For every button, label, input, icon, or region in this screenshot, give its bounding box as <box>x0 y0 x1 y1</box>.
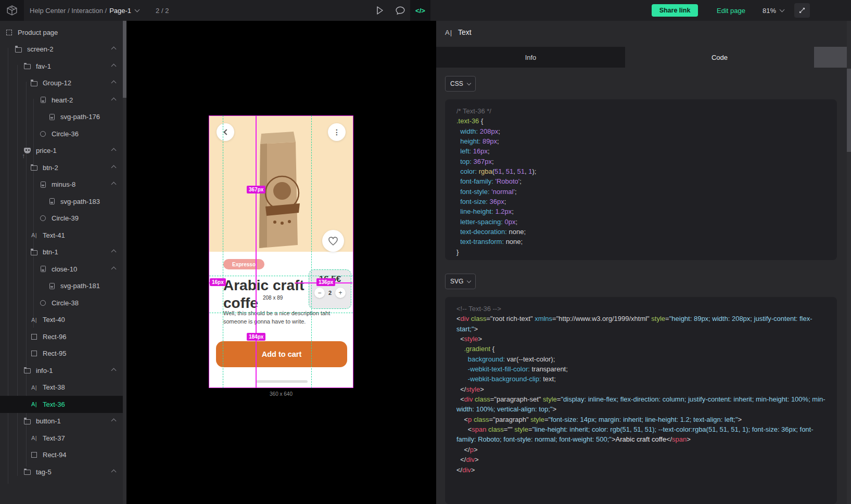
minus-button[interactable]: − <box>314 288 325 298</box>
collapse-chevron-icon[interactable] <box>111 97 117 102</box>
layer-row-tag-5[interactable]: tag-5 <box>0 463 123 481</box>
layer-row-Circle-38[interactable]: Circle-38 <box>0 294 123 312</box>
layer-row-svg-path-183[interactable]: svg-path-183 <box>0 193 123 210</box>
collapse-chevron-icon[interactable] <box>111 165 117 170</box>
code-line: <div class="paragraph-set" style="displa… <box>456 394 825 415</box>
tab-code[interactable]: Code <box>625 47 814 68</box>
collapse-chevron-icon[interactable] <box>111 419 117 424</box>
css-code-block[interactable]: /* Text-36 */.text-36 { width: 208px; he… <box>445 99 837 260</box>
layer-row-minus-8[interactable]: minus-8 <box>0 176 123 193</box>
layer-label: minus-8 <box>52 180 75 188</box>
layer-label: info-1 <box>36 367 53 374</box>
play-button[interactable] <box>374 0 386 21</box>
favorite-button[interactable] <box>322 230 344 252</box>
layer-row-Text-38[interactable]: A|Text-38 <box>0 379 123 396</box>
measurement-left: 16px <box>210 278 226 286</box>
layer-row-svg-path-176[interactable]: svg-path-176 <box>0 109 123 126</box>
collapse-chevron-icon[interactable] <box>111 368 117 373</box>
code-icon: </> <box>415 7 425 15</box>
inspector-panel: A| Text Info Code CSS /* Text-36 */.text… <box>436 21 851 504</box>
layer-row-Text-40[interactable]: A|Text-40 <box>0 312 123 329</box>
breadcrumb-path[interactable]: Help Center / Interaction / <box>30 7 107 15</box>
zoom-control[interactable]: 81% <box>763 0 784 21</box>
frame-icon <box>5 30 13 35</box>
text-icon: A| <box>30 435 38 441</box>
layer-row-info-1[interactable]: info-1 <box>0 362 123 379</box>
code-line: <!-- Text-36 --> <box>456 304 825 314</box>
collapse-chevron-icon[interactable] <box>111 81 117 86</box>
layer-label: Group-12 <box>43 79 71 87</box>
share-link-button[interactable]: Share link <box>652 4 698 17</box>
screen-frame[interactable]: ⋮ Expresso Arabic craft coffe 208 x 89 W… <box>209 115 353 388</box>
app-logo[interactable] <box>0 0 24 21</box>
layer-label: btn-2 <box>43 164 58 172</box>
code-line: width: 208px; <box>456 126 825 136</box>
layer-row-fav-1[interactable]: fav-1 <box>0 58 123 75</box>
layer-row-Group-12[interactable]: Group-12 <box>0 75 123 92</box>
sidebar-scrollbar-thumb[interactable] <box>123 21 126 98</box>
breadcrumb-current[interactable]: Page-1 <box>109 7 131 15</box>
layer-row-btn-1[interactable]: btn-1 <box>0 244 123 261</box>
css-format-select[interactable]: CSS <box>445 76 476 92</box>
circle-icon <box>39 131 47 137</box>
code-line: </div> <box>456 455 825 464</box>
fullscreen-button[interactable] <box>794 3 810 18</box>
back-button[interactable] <box>217 123 234 141</box>
layer-label: Text-40 <box>43 316 65 324</box>
collapse-chevron-icon[interactable] <box>111 63 117 69</box>
text-icon: A| <box>30 232 38 238</box>
product-description[interactable]: Well, this should be a nice description … <box>223 309 338 326</box>
collapse-chevron-icon[interactable] <box>111 47 117 52</box>
folder-icon <box>23 63 31 69</box>
code-line: line-height: 1.2px; <box>456 206 825 216</box>
svg-code-block[interactable]: <!-- Text-36 --><div class="root rich-te… <box>445 297 837 504</box>
expand-icon <box>798 7 806 14</box>
layer-row-Text-37[interactable]: A|Text-37 <box>0 430 123 447</box>
chevron-down-icon[interactable] <box>135 7 140 12</box>
layer-row-button-1[interactable]: button-1 <box>0 413 123 430</box>
more-menu-button[interactable]: ⋮ <box>328 123 346 141</box>
layer-row-Text-36[interactable]: A|Text-36 <box>0 396 123 413</box>
layer-row-price-1[interactable]: price-1 <box>0 143 123 160</box>
rect-icon <box>30 452 38 458</box>
layer-row-Circle-39[interactable]: Circle-39 <box>0 210 123 227</box>
collapse-chevron-icon[interactable] <box>111 266 117 272</box>
layer-row-Circle-36[interactable]: Circle-36 <box>0 125 123 143</box>
code-line: } <box>456 247 825 257</box>
comments-button[interactable] <box>394 0 407 21</box>
collapse-chevron-icon[interactable] <box>111 148 117 153</box>
guide-horizontal-bottom <box>209 313 353 313</box>
layer-row-svg-path-181[interactable]: svg-path-181 <box>0 278 123 295</box>
layer-row-screen-2[interactable]: screen-2 <box>0 41 123 58</box>
tab-info[interactable]: Info <box>436 47 625 68</box>
page-indicator: 2 / 2 <box>156 7 169 15</box>
layer-label: Text-37 <box>43 434 65 442</box>
code-line: </p> <box>456 445 825 455</box>
add-to-cart-button[interactable]: Add to cart <box>216 341 347 367</box>
edit-page-link[interactable]: Edit page <box>717 7 745 15</box>
guide-vertical-right <box>311 115 312 388</box>
category-tag[interactable]: Expresso <box>223 259 264 269</box>
layer-label: price-1 <box>36 147 57 154</box>
layer-row-heart-2[interactable]: heart-2 <box>0 92 123 109</box>
svg-format-select[interactable]: SVG <box>445 274 476 289</box>
collapse-chevron-icon[interactable] <box>111 469 117 474</box>
code-line: </style> <box>456 384 825 394</box>
layer-row-Rect-95[interactable]: Rect-95 <box>0 345 123 363</box>
tab-code-label: Code <box>712 54 728 61</box>
collapse-chevron-icon[interactable] <box>111 182 117 187</box>
code-view-button[interactable]: </> <box>410 0 430 21</box>
collapse-chevron-icon[interactable] <box>111 250 117 255</box>
layer-label: Rect-96 <box>43 333 67 341</box>
panel-scrollbar-thumb[interactable] <box>847 69 851 152</box>
layer-label: tag-5 <box>36 468 52 476</box>
layer-label: Rect-95 <box>43 350 67 357</box>
layer-row-close-10[interactable]: close-10 <box>0 261 123 278</box>
layer-row-Product page[interactable]: Product page <box>0 24 123 41</box>
layer-row-Rect-94[interactable]: Rect-94 <box>0 447 123 464</box>
layer-row-Text-41[interactable]: A|Text-41 <box>0 227 123 244</box>
plus-button[interactable]: + <box>335 288 346 298</box>
top-bar: Help Center / Interaction / Page-1 2 / 2… <box>0 0 851 21</box>
layer-row-Rect-96[interactable]: Rect-96 <box>0 328 123 345</box>
layer-row-btn-2[interactable]: ↑btn-2 <box>0 159 123 176</box>
